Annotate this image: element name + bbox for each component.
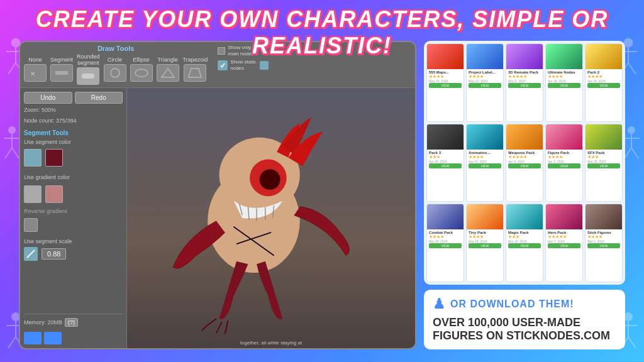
store-card-13-stars: ★★★	[508, 234, 541, 239]
undo-redo-bar: Undo Redo	[24, 92, 123, 104]
svg-marker-35	[162, 69, 174, 77]
store-card-6-stars: ★★★	[429, 155, 462, 160]
store-card-10[interactable]: SFX Pack ★★★ Mar 28, 2024 VIEW	[585, 124, 623, 202]
segment-tools-title: Segment Tools	[24, 129, 123, 136]
top-banner: CREATE YOUR OWN CHARACTERS, SIMPLE OR RE…	[0, 6, 644, 59]
node-count-info: Node count: 375/384	[24, 117, 123, 125]
svg-marker-36	[189, 69, 201, 77]
svg-rect-32	[82, 74, 94, 79]
tool-segment[interactable]: Segment	[50, 57, 73, 82]
store-card-8[interactable]: Weapons Pack ★★★★★ Apr 5, 2024 VIEW	[506, 124, 543, 202]
right-overlay: 555 Maps... ★★★★ May 15, 2024 VIEW Proje…	[424, 41, 625, 349]
scale-label: Use segment scale	[24, 238, 123, 244]
download-desc-line2: FIGURES ON STICKNODES.COM	[433, 329, 610, 342]
download-desc-line1: OVER 100,000 USER-MADE	[433, 316, 580, 329]
download-chess-icon: ♟	[433, 296, 445, 312]
show-static-nodes-checkbox[interactable]	[218, 60, 228, 70]
canvas-bottom-text: together, all while staying at	[240, 340, 302, 346]
tool-rounded-icon	[77, 67, 99, 85]
store-card-15[interactable]: Stick Figures ★★★★ Mar 1, 2024 VIEW	[585, 204, 623, 282]
store-card-9-btn[interactable]: VIEW	[548, 163, 580, 168]
canvas-area[interactable]: together, all while staying at	[127, 88, 415, 348]
store-card-14-img	[546, 204, 582, 229]
tool-triangle[interactable]: Triangle	[157, 57, 179, 82]
gradient-color-label: Use gradient color	[24, 174, 123, 180]
store-card-13[interactable]: Magic Pack ★★★ Mar 10, 2024 VIEW	[506, 204, 543, 282]
tool-segment-icon	[50, 64, 73, 82]
svg-point-41	[260, 169, 280, 190]
banner-title: CREATE YOUR OWN CHARACTERS, SIMPLE OR RE…	[0, 6, 644, 59]
memory-bar: Memory: 20MB (?)	[24, 314, 123, 327]
left-sidebar: Undo Redo Zoom: 500% Node count: 375/384…	[20, 88, 127, 348]
store-card-4-btn[interactable]: VIEW	[548, 83, 580, 88]
store-card-13-img	[506, 204, 543, 229]
store-card-14[interactable]: Hero Pack ★★★★★ Mar 5, 2024 VIEW	[545, 204, 583, 282]
store-card-14-btn[interactable]: VIEW	[548, 243, 580, 248]
store-card-12[interactable]: Tiny Pack ★★★★ Mar 15, 2024 VIEW	[466, 204, 504, 282]
store-card-13-btn[interactable]: VIEW	[508, 243, 541, 248]
store-card-11-btn[interactable]: VIEW	[429, 243, 462, 248]
redo-button[interactable]: Redo	[75, 92, 123, 104]
store-card-10-img	[586, 124, 622, 150]
svg-line-29	[628, 337, 636, 348]
tool-trapezoid[interactable]: Trapezoid	[183, 57, 208, 82]
segment-color-swatch-2[interactable]	[45, 149, 63, 167]
scale-icon	[24, 247, 38, 261]
svg-point-34	[135, 69, 148, 77]
nav-right-button[interactable]	[44, 332, 62, 344]
store-card-6-btn[interactable]: VIEW	[429, 163, 462, 168]
app-panel: Draw Tools None ✕ Segment	[19, 41, 416, 349]
store-card-7-stars: ★★★★	[469, 155, 501, 160]
store-card-8-stars: ★★★★★	[508, 155, 541, 160]
download-or-text: OR DOWNLOAD THEM!	[450, 299, 574, 310]
reverse-gradient-swatch[interactable]	[24, 218, 38, 232]
store-card-8-btn[interactable]: VIEW	[508, 163, 541, 168]
store-card-9[interactable]: Figure Pack ★★★★ Apr 2, 2024 VIEW	[545, 124, 583, 202]
store-card-7-btn[interactable]: VIEW	[469, 163, 501, 168]
store-card-14-stars: ★★★★★	[548, 234, 580, 239]
download-description: OVER 100,000 USER-MADE FIGURES ON STICKN…	[433, 316, 616, 343]
store-card-7-date: Apr 10, 2024	[469, 160, 501, 163]
store-card-15-btn[interactable]: VIEW	[587, 243, 620, 248]
tool-none[interactable]: None ✕	[24, 57, 47, 82]
download-panel: ♟ OR DOWNLOAD THEM! OVER 100,000 USER-MA…	[424, 290, 625, 349]
segment-color-label: Use segment color	[24, 139, 123, 145]
help-button[interactable]: (?)	[65, 318, 78, 327]
gradient-swatch-1[interactable]	[24, 185, 42, 203]
store-card-7[interactable]: Animation... ★★★★ Apr 10, 2024 VIEW	[466, 124, 504, 202]
zoom-info: Zoom: 500%	[24, 106, 123, 114]
store-card-7-img	[467, 124, 503, 150]
store-card-2-btn[interactable]: VIEW	[469, 83, 501, 88]
store-card-6-date: Apr 18, 2024	[429, 160, 462, 163]
undo-button[interactable]: Undo	[24, 92, 72, 104]
store-card-2-stars: ★★★★	[469, 74, 501, 79]
store-card-5-btn[interactable]: VIEW	[587, 83, 620, 88]
svg-text:✕: ✕	[30, 70, 35, 77]
store-card-9-stars: ★★★★	[548, 155, 580, 160]
store-card-11-img	[427, 204, 464, 229]
store-card-8-date: Apr 5, 2024	[508, 160, 541, 163]
main-content: Draw Tools None ✕ Segment	[19, 41, 625, 349]
tool-circle[interactable]: Circle	[104, 57, 126, 82]
svg-point-10	[8, 126, 16, 134]
store-card-1-btn[interactable]: VIEW	[429, 83, 462, 88]
store-card-9-date: Apr 2, 2024	[548, 160, 580, 163]
nav-left-button[interactable]	[24, 332, 42, 344]
tool-none-icon: ✕	[24, 64, 47, 82]
store-card-10-btn[interactable]: VIEW	[587, 163, 620, 168]
tool-ellipse[interactable]: Ellipse	[130, 57, 153, 82]
svg-line-23	[8, 337, 16, 348]
store-card-12-btn[interactable]: VIEW	[469, 243, 501, 248]
show-static-nodes-option[interactable]: Show static nodes	[218, 59, 269, 72]
store-card-11[interactable]: Combat Pack ★★★★ Mar 20, 2024 VIEW	[426, 204, 464, 282]
store-card-12-img	[467, 204, 503, 229]
segment-color-swatch-1[interactable]	[24, 149, 42, 167]
store-card-3-btn[interactable]: VIEW	[508, 83, 541, 88]
store-card-6[interactable]: Pack 3 ★★★ Apr 18, 2024 VIEW	[426, 124, 464, 202]
scale-value[interactable]: 0.88	[42, 248, 66, 260]
gradient-swatch-2[interactable]	[45, 185, 63, 203]
svg-point-33	[111, 69, 119, 77]
store-card-10-date: Mar 28, 2024	[587, 160, 620, 163]
store-card-1-stars: ★★★★	[429, 74, 462, 79]
store-card-15-stars: ★★★★	[587, 234, 620, 239]
